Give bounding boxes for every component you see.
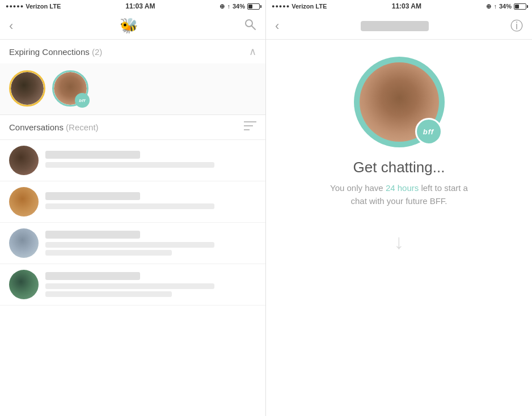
- conv-msg-2a: [45, 203, 214, 209]
- right-battery-label: 34%: [499, 3, 512, 10]
- left-status-right: ⊕ ↑ 34%: [219, 3, 260, 10]
- left-time: 11:03 AM: [125, 2, 155, 10]
- conv-avatar-1: [9, 146, 39, 175]
- conv-avatar-4: [9, 270, 39, 299]
- body-line2: chat with your future BFF.: [351, 196, 447, 206]
- battery-icon: [247, 3, 260, 10]
- big-bff-badge: bff: [415, 118, 442, 145]
- expiring-avatars: bff: [0, 63, 265, 114]
- conv-msg-3b: [45, 250, 172, 256]
- left-status-bar: ●●●●● Verizon LTE 11:03 AM ⊕ ↑ 34%: [0, 0, 265, 12]
- carrier-label: Verizon: [26, 3, 48, 10]
- arrow-icon: ↑: [227, 3, 230, 10]
- right-arrow-icon: ↑: [493, 3, 497, 10]
- conversation-item[interactable]: [0, 181, 265, 223]
- expiring-chevron[interactable]: ∧: [249, 45, 256, 58]
- left-panel: ●●●●● Verizon LTE 11:03 AM ⊕ ↑ 34% ‹ 🐝 E…: [0, 0, 266, 416]
- right-carrier: Verizon: [292, 3, 314, 10]
- right-time: 11:03 AM: [392, 2, 421, 10]
- svg-point-0: [246, 20, 252, 27]
- battery-label: 34%: [233, 3, 245, 10]
- conversation-list: [0, 140, 265, 416]
- expiring-count: (2): [92, 47, 102, 57]
- expiring-section: Expiring Connections (2) ∧ bff: [0, 40, 265, 115]
- conversations-subtitle: (Recent): [66, 122, 99, 132]
- location-icon: ⊕: [219, 3, 225, 10]
- conv-name-3: [45, 231, 140, 239]
- conv-avatar-2: [9, 187, 39, 217]
- conv-avatar-3: [9, 228, 39, 258]
- conv-msg-4a: [45, 283, 214, 289]
- expiring-header[interactable]: Expiring Connections (2) ∧: [0, 40, 265, 63]
- svg-line-1: [252, 26, 255, 29]
- right-status-left: ●●●●● Verizon LTE: [272, 3, 327, 10]
- sort-button[interactable]: [244, 121, 256, 134]
- right-network: LTE: [315, 3, 327, 10]
- avatar-circle-1: [9, 70, 45, 107]
- get-chatting-title: Get chatting...: [353, 159, 445, 176]
- right-panel: ●●●●● Verizon LTE 11:03 AM ⊕ ↑ 34% ‹ ⓘ b…: [266, 0, 532, 416]
- conv-name-1: [45, 151, 140, 159]
- conv-msg-3a: [45, 242, 214, 248]
- conv-msg-4b: [45, 291, 172, 297]
- expiring-avatar-1[interactable]: [9, 70, 45, 107]
- conv-msg-1a: [45, 162, 214, 168]
- profile-name-blurred: [361, 21, 429, 31]
- conv-info-3: [45, 231, 256, 256]
- conv-name-2: [45, 192, 140, 200]
- get-chatting-body: You only have 24 hours left to start a c…: [330, 182, 468, 207]
- network-label: LTE: [49, 3, 61, 10]
- right-status-bar: ●●●●● Verizon LTE 11:03 AM ⊕ ↑ 34%: [266, 0, 532, 12]
- left-nav-bar: ‹ 🐝: [0, 12, 265, 40]
- right-status-right: ⊕ ↑ 34%: [486, 3, 526, 10]
- body-part1: You only have: [330, 183, 386, 193]
- right-back-button[interactable]: ‹: [275, 19, 279, 33]
- expiring-avatar-2[interactable]: bff: [52, 70, 88, 107]
- avatar-face-1: [11, 72, 44, 105]
- conversation-item[interactable]: [0, 223, 265, 264]
- conv-info-4: [45, 272, 256, 297]
- right-signal-dots: ●●●●●: [272, 3, 290, 9]
- right-battery-icon: [514, 3, 526, 10]
- signal-dots: ●●●●●: [6, 3, 24, 9]
- conversation-item[interactable]: [0, 140, 265, 181]
- conversations-title: Conversations (Recent): [9, 122, 99, 132]
- bff-badge-small: bff: [75, 93, 90, 108]
- big-avatar-container: bff: [354, 57, 445, 147]
- right-nav-bar: ‹ ⓘ: [266, 12, 532, 40]
- conv-info-1: [45, 151, 256, 170]
- conversation-item[interactable]: [0, 264, 265, 305]
- right-location-icon: ⊕: [486, 3, 491, 10]
- back-button[interactable]: ‹: [9, 19, 13, 33]
- search-button[interactable]: [244, 18, 256, 34]
- conv-name-4: [45, 272, 140, 280]
- app-logo: 🐝: [120, 17, 138, 35]
- right-content: bff Get chatting... You only have 24 hou…: [266, 40, 532, 416]
- body-part2: left to start a: [419, 183, 468, 193]
- expiring-title: Expiring Connections (2): [9, 47, 102, 57]
- info-button[interactable]: ⓘ: [510, 18, 523, 35]
- conv-info-2: [45, 192, 256, 211]
- down-arrow: ↓: [394, 230, 404, 254]
- conversations-header: Conversations (Recent): [0, 115, 265, 140]
- hours-highlight: 24 hours: [386, 183, 419, 193]
- left-status-left: ●●●●● Verizon LTE: [6, 3, 61, 10]
